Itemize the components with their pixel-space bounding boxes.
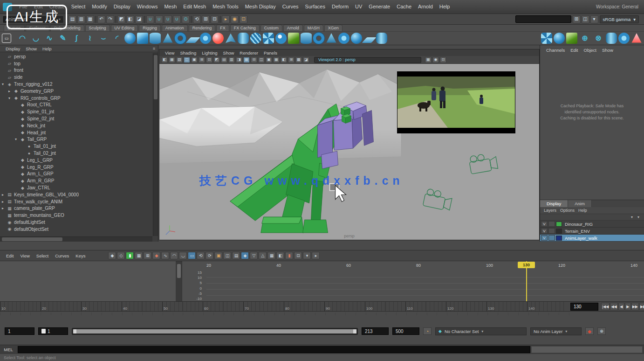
menubar-menu[interactable]: Mesh Display	[242, 0, 279, 14]
anim-icon[interactable]: ⊡	[294, 252, 302, 259]
shelf-add-icon[interactable]: ⊕	[579, 32, 591, 44]
expand-arrow-icon[interactable]: ▸	[2, 193, 7, 197]
expand-arrow-icon[interactable]: ▾	[8, 96, 13, 100]
outliner-item[interactable]: ◆ Leg_L_GRP	[0, 157, 152, 164]
shelf-extra-sphere-icon[interactable]	[554, 33, 565, 44]
vp-icon[interactable]: ▥	[228, 57, 235, 63]
shelf-extra-cube-icon[interactable]	[566, 33, 577, 44]
play-forward-button[interactable]: ▶	[625, 303, 631, 310]
separator[interactable]	[115, 16, 116, 23]
current-frame-flag[interactable]: 130	[518, 262, 535, 268]
time-tick-cell[interactable]: 110	[405, 302, 446, 311]
time-tick-cell[interactable]: 60	[203, 302, 243, 311]
set-breakdown-icon[interactable]: ◇	[117, 252, 125, 259]
menubar-menu[interactable]: Arnold	[415, 0, 436, 14]
anim-icon[interactable]: ▾	[303, 252, 311, 259]
redo-icon[interactable]: ↷	[106, 15, 114, 23]
set-key-icon[interactable]: ◆	[108, 252, 116, 259]
anim-menu[interactable]: View	[17, 253, 33, 258]
curve-wave-icon[interactable]: ∿	[43, 32, 55, 44]
outliner-item[interactable]: ◆ Spine_02_jnt	[0, 115, 152, 122]
layer-color-swatch[interactable]	[556, 236, 562, 241]
layer-editor-tab[interactable]: Anim	[568, 200, 592, 207]
go-to-end-button[interactable]: ▶▶|	[639, 303, 644, 310]
select-by-component-icon[interactable]: ◪	[135, 15, 143, 23]
shelf-remove-icon[interactable]: ⊗	[592, 32, 604, 44]
separator[interactable]	[219, 16, 221, 23]
poly-sphere-icon[interactable]	[124, 33, 136, 44]
outliner-item[interactable]: ◆ Head_jnt	[0, 129, 152, 136]
anim-icon[interactable]: ◫	[223, 252, 231, 259]
poly-plane-icon[interactable]	[185, 37, 200, 43]
outliner-item[interactable]: ◉ defaultLightSet	[0, 219, 152, 226]
vp-icon[interactable]: ▦	[273, 57, 280, 63]
outliner-item[interactable]: ◆ Neck_jnt	[0, 122, 152, 129]
viewport-menu[interactable]: Shading	[177, 50, 199, 56]
shelf-tab[interactable]: Custom	[260, 25, 282, 31]
layer-playback-toggle[interactable]	[548, 221, 555, 227]
command-language-toggle[interactable]: MEL	[0, 347, 17, 352]
poly-helix-icon[interactable]	[250, 33, 261, 44]
layer-editor-menu[interactable]: Layers	[544, 208, 556, 213]
snap-to-point-icon[interactable]: ∪	[164, 15, 172, 23]
pencil-curve-icon[interactable]: ✎	[57, 32, 69, 44]
snap-to-grid-icon[interactable]: ∪	[146, 15, 154, 23]
playback-end-field[interactable]: 213	[362, 327, 389, 335]
time-tick-cell[interactable]: 10	[0, 302, 41, 311]
layer-visibility-toggle[interactable]: V	[541, 228, 548, 234]
viewport-menu[interactable]: View	[162, 50, 177, 56]
outliner-item[interactable]: ◆ Jaw_CTRL	[0, 184, 152, 191]
panel-layout-icon[interactable]: ◫	[582, 15, 589, 23]
anim-icon[interactable]: ▦	[135, 252, 143, 259]
poly-gear-icon[interactable]	[263, 33, 274, 44]
poly-pipe-icon[interactable]	[238, 33, 249, 44]
cycle-after-icon[interactable]: ⟳	[206, 252, 213, 259]
delete-key-icon[interactable]: ◆	[152, 252, 160, 259]
vp-icon[interactable]: ◧	[161, 57, 168, 63]
character-set-dropdown[interactable]: ◆ No Character Set ▾	[435, 327, 527, 335]
select-by-object-icon[interactable]: ◧	[126, 15, 134, 23]
expand-arrow-icon[interactable]: ▸	[8, 89, 13, 93]
detach-curve-icon[interactable]: ◜	[111, 32, 123, 44]
outliner-item[interactable]: ▾ ◆ RIG_controls_GRP	[0, 95, 152, 102]
shelf-tab[interactable]: UV Editing	[111, 25, 138, 31]
bezier-curve-icon[interactable]: ◡	[30, 32, 42, 44]
channel-box-menu[interactable]: Object	[582, 48, 599, 53]
menubar-menu[interactable]: Mesh Tools	[209, 0, 241, 14]
scrollbar-thumb[interactable]	[154, 55, 158, 99]
time-tick-cell[interactable]: 50	[162, 302, 203, 311]
shelf-extra-cone-icon[interactable]	[631, 33, 642, 44]
layer-playback-toggle[interactable]	[548, 235, 555, 241]
layer-row[interactable]: V Terrain_ENV	[540, 228, 644, 235]
outliner-item[interactable]: ▾ ◈ Trex_rigging_v012	[0, 81, 152, 88]
tangent-flat-icon[interactable]: ◠	[170, 252, 178, 259]
anim-icon[interactable]: ▦	[267, 252, 275, 259]
step-forward-key-button[interactable]: ▶▶	[631, 303, 639, 310]
layer-editor-menu[interactable]: Options	[560, 208, 575, 213]
menubar-menu[interactable]: Edit Mesh	[180, 0, 209, 14]
poly-prism-icon[interactable]	[326, 33, 337, 44]
shelf-tab[interactable]: Animation	[162, 25, 188, 31]
mute-channel-icon[interactable]: ▮	[285, 252, 293, 259]
vp-icon[interactable]: ◨	[236, 57, 242, 63]
outliner-item[interactable]: ▸ ▤ Trex_walk_cycle_ANIM	[0, 198, 152, 205]
viewport-menu[interactable]: Renderer	[237, 50, 261, 56]
outliner-vertical-scrollbar[interactable]	[153, 53, 158, 236]
menubar-menu[interactable]: Windows	[134, 0, 161, 14]
go-to-start-button[interactable]: |◀◀	[601, 303, 610, 310]
menubar-menu[interactable]: Surfaces	[302, 0, 329, 14]
animation-start-field[interactable]: 1	[5, 327, 34, 335]
separator[interactable]	[95, 16, 96, 23]
snap-to-curve-icon[interactable]: ∪	[155, 15, 163, 23]
save-scene-icon[interactable]: ▦	[86, 15, 94, 23]
outliner-item[interactable]: ▱ front	[0, 67, 152, 74]
open-scene-icon[interactable]: ▥	[77, 15, 85, 23]
highlight-selection-icon[interactable]: ⊞	[573, 15, 581, 23]
menubar-menu[interactable]: Deform	[329, 0, 352, 14]
layer-visibility-toggle[interactable]: V	[541, 221, 548, 227]
shelf-tab[interactable]: FX Caching	[230, 25, 260, 31]
channel-box-menu[interactable]: Edit	[568, 48, 580, 53]
outliner-menu[interactable]: Show	[23, 46, 40, 51]
anim-menu[interactable]: Curves	[52, 253, 72, 258]
outliner-item[interactable]: ◆ Spine_01_jnt	[0, 108, 152, 115]
